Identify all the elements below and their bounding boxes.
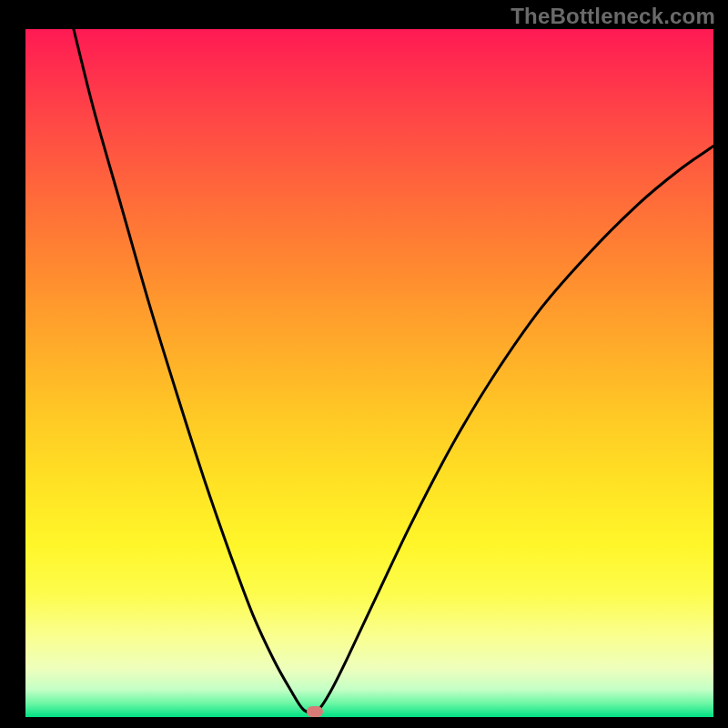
- plot-area: [25, 29, 713, 717]
- watermark-text: TheBottleneck.com: [511, 4, 715, 29]
- valley-marker: [307, 706, 323, 717]
- bottleneck-curve: [25, 29, 713, 717]
- chart-frame: TheBottleneck.com: [0, 0, 728, 728]
